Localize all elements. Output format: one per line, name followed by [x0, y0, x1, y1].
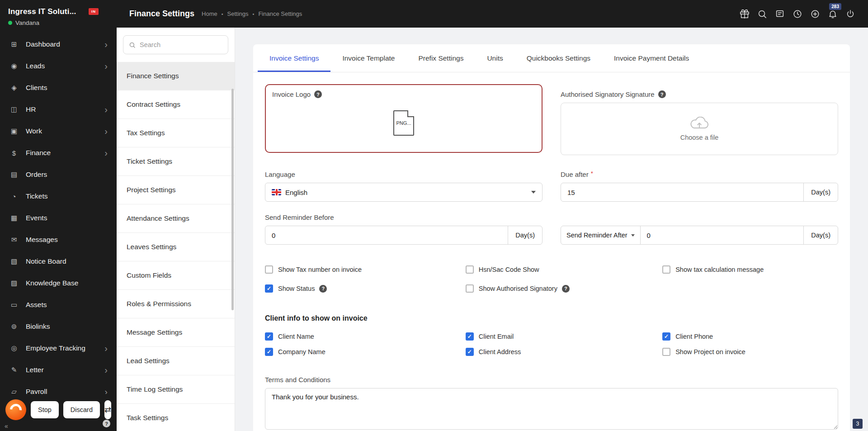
stop-button[interactable]: Stop	[31, 401, 59, 418]
checkbox-box: ✓	[265, 265, 273, 274]
checkbox-box: ✓	[662, 332, 670, 341]
help-icon[interactable]: ?	[562, 285, 570, 293]
sidebar-item-hr[interactable]: ◫HR›	[0, 99, 117, 120]
sidebar-item-employee-tracking[interactable]: ◎Employee Tracking›	[0, 337, 117, 359]
settings-nav-item-time-log-settings[interactable]: Time Log Settings	[117, 375, 235, 404]
help-icon[interactable]: ?	[103, 420, 110, 427]
settings-nav-item-ticket-settings[interactable]: Ticket Settings	[117, 147, 235, 176]
language-field: Language English	[265, 171, 542, 202]
choose-file-text: Choose a file	[680, 134, 719, 141]
tab-units[interactable]: Units	[475, 44, 514, 72]
app-window: Ingress IT Soluti... Vandana IN ⊞Dashboa…	[0, 0, 868, 431]
sidebar-item-leads[interactable]: ◉Leads›	[0, 55, 117, 77]
settings-nav-item-lead-settings[interactable]: Lead Settings	[117, 347, 235, 375]
settings-nav-item-finance-settings[interactable]: Finance Settings	[117, 62, 235, 90]
finance-settings-card: Invoice SettingsInvoice TemplatePrefix S…	[253, 44, 850, 431]
sidebar-item-dashboard[interactable]: ⊞Dashboard›	[0, 33, 117, 55]
sidebar-item-biolinks[interactable]: ⊚Biolinks	[0, 316, 117, 337]
settings-nav-item-attendance-settings[interactable]: Attendance Settings	[117, 204, 235, 233]
notes-icon[interactable]	[775, 9, 785, 19]
clients-icon: ◈	[9, 84, 19, 92]
settings-nav-item-roles-permissions[interactable]: Roles & Permissions	[117, 290, 235, 318]
swap-button[interactable]: ⇄	[104, 400, 111, 419]
checkbox-box: ✓	[466, 284, 474, 293]
checkbox-show-authorised-signatory[interactable]: ✓Show Authorised Signatory?	[466, 284, 662, 293]
checkbox-client-address[interactable]: ✓Client Address	[466, 348, 662, 356]
search-icon[interactable]	[757, 9, 767, 19]
page-count-badge: 3	[853, 419, 863, 429]
breadcrumb-home[interactable]: Home	[202, 10, 217, 17]
sidebar-item-finance[interactable]: $Finance›	[0, 142, 117, 164]
settings-nav-item-contract-settings[interactable]: Contract Settings	[117, 90, 235, 119]
discard-button[interactable]: Discard	[63, 401, 100, 418]
tab-invoice-template[interactable]: Invoice Template	[330, 44, 406, 72]
sidebar-item-letter[interactable]: ✎Letter›	[0, 359, 117, 381]
checkbox-show-tax-number-on-invoice[interactable]: ✓Show Tax number on invoice	[265, 265, 466, 274]
sidebar-item-assets[interactable]: ▭Assets	[0, 294, 117, 316]
checkbox-client-email[interactable]: ✓Client Email	[466, 332, 662, 341]
workspace-header[interactable]: Ingress IT Soluti... Vandana IN	[0, 0, 117, 31]
reminder-after-input[interactable]	[641, 226, 804, 244]
reminder-after-dropdown[interactable]: Send Reminder After	[561, 226, 641, 244]
breadcrumb-settings[interactable]: Settings	[227, 10, 249, 17]
settings-nav-item-message-settings[interactable]: Message Settings	[117, 318, 235, 347]
reminder-after-field: Send Reminder After Day(s)	[561, 213, 838, 245]
checkbox-hsn-sac-code-show[interactable]: ✓Hsn/Sac Code Show	[466, 265, 662, 274]
sidebar-collapse-icon[interactable]: «	[5, 422, 8, 430]
tab-invoice-payment-details[interactable]: Invoice Payment Details	[602, 44, 701, 72]
checkbox-client-name[interactable]: ✓Client Name	[265, 332, 466, 341]
invoice-logo-dropzone[interactable]: PNG...	[272, 98, 535, 147]
sidebar-item-messages[interactable]: ✉Messages	[0, 229, 117, 251]
checkbox-show-project-on-invoice[interactable]: ✓Show Project on invoice	[662, 348, 838, 356]
online-status-dot	[8, 21, 12, 25]
due-after-label: Due after	[561, 171, 589, 178]
clock-icon[interactable]	[793, 9, 802, 19]
signature-upload-dropzone[interactable]: Choose a file	[561, 103, 838, 155]
checkbox-show-status[interactable]: ✓Show Status?	[265, 284, 466, 293]
cloud-upload-icon	[689, 117, 710, 131]
orders-icon: ▤	[9, 171, 19, 179]
checkbox-box: ✓	[466, 332, 474, 341]
tab-invoice-settings[interactable]: Invoice Settings	[258, 44, 330, 72]
sidebar-item-orders[interactable]: ▤Orders	[0, 164, 117, 185]
settings-nav-item-tax-settings[interactable]: Tax Settings	[117, 119, 235, 147]
reminder-before-input[interactable]	[265, 226, 508, 244]
tickets-icon: ◔	[9, 193, 19, 200]
terms-textarea[interactable]: Thank you for your business.	[265, 388, 838, 430]
search-input[interactable]	[140, 41, 222, 48]
invoice-logo-field[interactable]: Invoice Logo ? PNG...	[265, 84, 542, 153]
required-asterisk	[591, 171, 593, 176]
power-icon[interactable]	[845, 9, 855, 19]
settings-nav-scrollbar[interactable]	[231, 89, 234, 310]
checkbox-client-phone[interactable]: ✓Client Phone	[662, 332, 838, 341]
tab-prefix-settings[interactable]: Prefix Settings	[406, 44, 475, 72]
reminder-before-label: Send Reminder Before	[265, 213, 334, 221]
hr-icon: ◫	[9, 105, 19, 114]
language-label: Language	[265, 171, 295, 178]
add-icon[interactable]	[810, 9, 820, 19]
due-after-input[interactable]	[561, 183, 803, 201]
help-icon[interactable]: ?	[319, 285, 327, 293]
checkbox-box: ✓	[466, 265, 474, 274]
help-icon[interactable]: ?	[314, 90, 322, 98]
settings-nav-item-leaves-settings[interactable]: Leaves Settings	[117, 233, 235, 261]
sidebar-item-events[interactable]: ▦Events	[0, 207, 117, 229]
sidebar-item-tickets[interactable]: ◔Tickets	[0, 185, 117, 207]
checkbox-company-name[interactable]: ✓Company Name	[265, 348, 466, 356]
gift-icon[interactable]	[740, 9, 750, 19]
help-icon[interactable]: ?	[658, 90, 666, 98]
settings-nav-item-task-settings[interactable]: Task Settings	[117, 404, 235, 431]
tab-quickbooks-settings[interactable]: Quickbooks Settings	[515, 44, 602, 72]
settings-nav-item-custom-fields[interactable]: Custom Fields	[117, 261, 235, 290]
sidebar-item-knowledge-base[interactable]: ▨Knowledge Base	[0, 272, 117, 294]
language-select[interactable]: English	[265, 183, 542, 202]
sidebar-item-notice-board[interactable]: ▧Notice Board	[0, 251, 117, 272]
settings-nav-item-project-settings[interactable]: Project Settings	[117, 176, 235, 204]
settings-sidebar: Finance SettingsContract SettingsTax Set…	[117, 28, 235, 431]
sidebar-item-clients[interactable]: ◈Clients	[0, 77, 117, 99]
chevron-right-icon: ›	[104, 40, 108, 49]
bell-icon[interactable]: 283	[828, 9, 838, 19]
checkbox-show-tax-calculation-message[interactable]: ✓Show tax calculation message	[662, 265, 838, 274]
knowledge-base-icon: ▨	[9, 279, 19, 287]
sidebar-item-work[interactable]: ▣Work›	[0, 120, 117, 142]
